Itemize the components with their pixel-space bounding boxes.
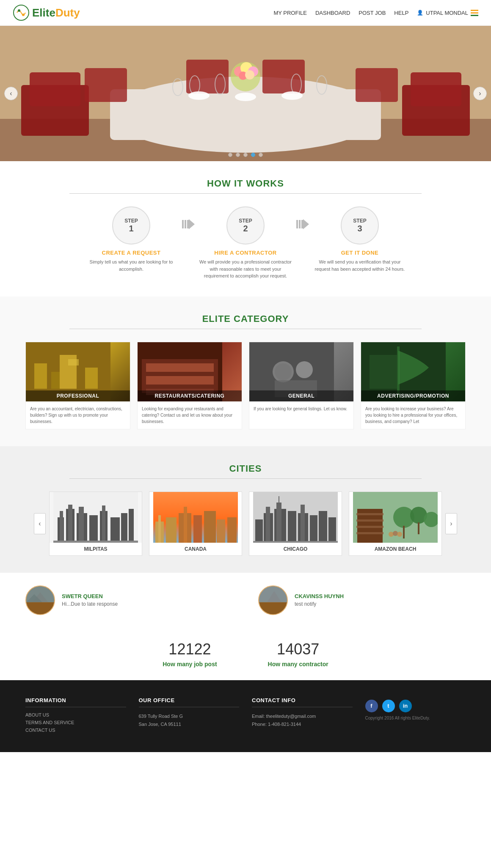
step-3-num: 3: [357, 224, 362, 233]
linkedin-icon[interactable]: in: [399, 700, 412, 712]
svg-point-2: [22, 14, 25, 16]
cities-section: CITIES ‹: [0, 446, 491, 573]
svg-point-97: [389, 532, 394, 537]
nav-my-profile[interactable]: MY PROFILE: [273, 10, 307, 16]
milpitas-skyline: [53, 492, 138, 543]
svg-rect-10: [411, 72, 461, 106]
svg-rect-64: [158, 515, 161, 543]
svg-rect-73: [255, 519, 263, 543]
hero-dot-3[interactable]: [243, 153, 248, 157]
svg-rect-47: [370, 355, 397, 389]
svg-rect-104: [26, 586, 54, 602]
hero-dot-5[interactable]: [259, 153, 263, 157]
elite-category-section: ELITE CATEGORY PROFESSIONAL Are you an a…: [0, 297, 491, 446]
steps-row: STEP 1 CREATE A REQUEST Simply tell us w…: [25, 206, 466, 280]
svg-rect-71: [227, 517, 237, 543]
main-nav: MY PROFILE DASHBOARD POST JOB HELP 👤 UTP…: [273, 10, 478, 16]
svg-rect-69: [204, 511, 216, 543]
footer-social-icons: f t in: [365, 700, 466, 712]
footer-terms[interactable]: TERMS AND SERVICE: [25, 720, 126, 725]
category-professional[interactable]: PROFESSIONAL Are you an accountant, elec…: [25, 342, 130, 429]
notif-name-1: CKAVINSS HUYNH: [295, 593, 344, 599]
step-3-desc: We will send you a verification that you…: [313, 258, 406, 272]
amazon-skyline: [353, 492, 438, 543]
notif-msg-0: Hi...Due to late response: [62, 601, 118, 607]
header: EliteDuty MY PROFILE DASHBOARD POST JOB …: [0, 0, 491, 26]
city-canada[interactable]: CANADA: [149, 492, 242, 556]
hero-dot-2[interactable]: [236, 153, 240, 157]
notif-msg-1: test notify: [295, 601, 344, 607]
svg-rect-80: [301, 505, 305, 543]
svg-point-99: [397, 532, 402, 537]
menu-bars-icon: [471, 10, 478, 16]
city-milpitas[interactable]: MILPITAS: [49, 492, 142, 556]
footer-contact-us-link[interactable]: CONTACT US: [25, 728, 126, 733]
logo-elite-text: Elite: [32, 6, 55, 19]
milpitas-name: MILPITAS: [50, 543, 142, 555]
step-1-num: 1: [129, 224, 133, 233]
footer-grid: INFORMATION ABOUT US TERMS AND SERVICE C…: [25, 697, 466, 744]
category-restaurants-text: Looking for expanding your restaurants a…: [138, 401, 242, 429]
svg-rect-106: [259, 602, 287, 614]
how-it-works-divider: [69, 193, 422, 194]
twitter-icon[interactable]: t: [382, 700, 395, 712]
step-1-desc: Simply tell us what you are looking for …: [85, 258, 178, 272]
step-2-desc: We will provide you a professional contr…: [199, 258, 292, 280]
step-1-title: CREATE A REQUEST: [102, 250, 161, 256]
notification-1: CKAVINSS HUYNH test notify: [258, 585, 466, 615]
svg-point-20: [188, 91, 210, 100]
city-chicago[interactable]: CHICAGO: [249, 492, 342, 556]
step-1-circle: STEP 1: [112, 206, 150, 244]
how-it-works-title: HOW IT WORKS: [25, 178, 466, 189]
cities-next-button[interactable]: ›: [445, 513, 457, 534]
svg-rect-81: [310, 515, 317, 543]
cities-title: CITIES: [25, 463, 466, 474]
user-area[interactable]: 👤 UTPAL MONDAL: [417, 10, 478, 16]
footer-phone: Phone: 1-408-821-3144: [252, 720, 353, 729]
milpitas-img: [50, 492, 142, 543]
category-professional-img: PROFESSIONAL: [26, 342, 130, 401]
facebook-icon[interactable]: f: [365, 700, 378, 712]
hero-dot-1[interactable]: [228, 153, 232, 157]
category-restaurants[interactable]: RESTAURANTS/CATERING Looking for expandi…: [137, 342, 242, 429]
footer-about-us[interactable]: ABOUT US: [25, 712, 126, 717]
logo[interactable]: EliteDuty: [13, 4, 80, 21]
svg-rect-54: [79, 507, 84, 543]
footer-our-office: OUR OFFICE 639 Tully Road Ste G San Jose…: [139, 697, 240, 735]
nav-dashboard[interactable]: DASHBOARD: [315, 10, 350, 16]
chicago-skyline: [253, 492, 338, 543]
footer-copyright: Copyright 2016 All rights EliteDuty.: [365, 716, 466, 720]
svg-rect-70: [217, 519, 225, 543]
cities-prev-button[interactable]: ‹: [34, 513, 46, 534]
svg-rect-38: [146, 376, 214, 385]
stats-section: 12122 How many job post 14037 How many c…: [0, 628, 491, 680]
stat-contractor-label: How many contractor: [268, 661, 328, 667]
logo-duty-text: Duty: [55, 6, 80, 19]
footer-contact-heading: CONTACT INFO: [252, 697, 353, 707]
category-grid: PROFESSIONAL Are you an accountant, elec…: [25, 342, 466, 429]
city-amazon[interactable]: AMAZON BEACH: [349, 492, 442, 556]
step-3-word: STEP: [353, 218, 366, 224]
category-general[interactable]: GENERAL If you are looking for general l…: [249, 342, 354, 429]
nav-post-job[interactable]: POST JOB: [359, 10, 386, 16]
svg-rect-95: [403, 526, 405, 538]
notif-avatar-0: [25, 585, 55, 615]
step-3-circle: STEP 3: [341, 206, 379, 244]
category-advertising[interactable]: ADVERTISING/PROMOTION Are you looking to…: [361, 342, 466, 429]
svg-rect-67: [184, 507, 187, 543]
svg-rect-11: [85, 68, 127, 102]
logo-icon: [13, 4, 30, 21]
canada-skyline: [153, 492, 238, 543]
svg-rect-59: [121, 513, 127, 543]
hero-prev-button[interactable]: ‹: [4, 87, 18, 100]
hero-next-button[interactable]: ›: [473, 87, 487, 100]
hero-dot-4[interactable]: [251, 153, 255, 157]
svg-rect-85: [253, 541, 338, 543]
svg-point-1: [18, 9, 20, 12]
step-arrow-1: [178, 219, 199, 229]
svg-rect-88: [356, 513, 383, 515]
nav-help[interactable]: HELP: [394, 10, 408, 16]
svg-rect-57: [102, 505, 105, 543]
notif-avatar-img-1: [259, 586, 287, 614]
svg-rect-82: [319, 511, 327, 543]
